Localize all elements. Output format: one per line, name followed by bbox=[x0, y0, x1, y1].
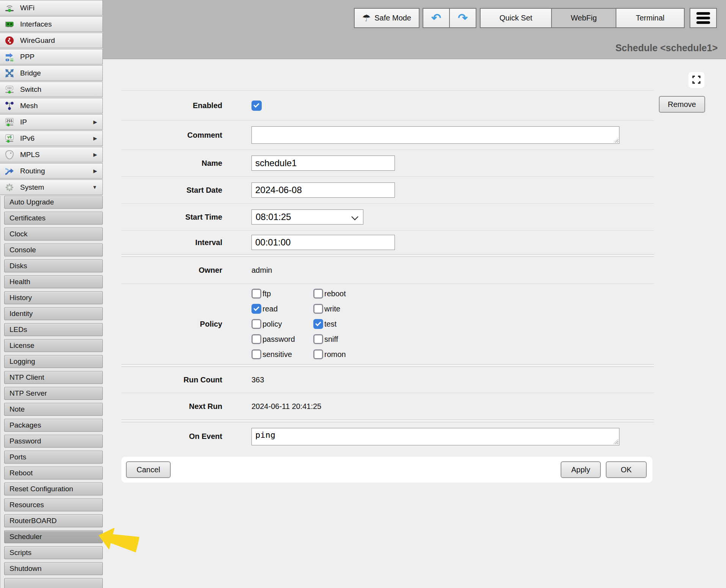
sidebar-item-logging[interactable]: Logging bbox=[4, 355, 103, 368]
name-label: Name bbox=[121, 159, 222, 168]
ppp-icon bbox=[3, 51, 16, 63]
start-date-input[interactable] bbox=[251, 182, 395, 198]
sidebar-item-clock[interactable]: Clock bbox=[4, 228, 103, 241]
svg-text:v6: v6 bbox=[7, 135, 12, 139]
policy-option-sensitive[interactable]: sensitive bbox=[251, 349, 313, 359]
sidebar-item-license[interactable]: License bbox=[4, 339, 103, 352]
routing-icon bbox=[3, 165, 16, 177]
row-start-date: Start Date bbox=[121, 176, 654, 203]
action-bar: Cancel Apply OK bbox=[121, 457, 652, 483]
policy-option-test[interactable]: test bbox=[313, 319, 346, 329]
sidebar-item-password[interactable]: Password bbox=[4, 435, 103, 448]
sidebar-item-system[interactable]: System ▼ bbox=[0, 179, 103, 195]
bridge-icon bbox=[3, 68, 16, 79]
sidebar-item-history[interactable]: History bbox=[4, 291, 103, 304]
safe-mode-button[interactable]: ☂ Safe Mode bbox=[354, 8, 420, 28]
sidebar-item-routing[interactable]: Routing ▶ bbox=[0, 163, 103, 179]
test-checkbox[interactable] bbox=[313, 319, 323, 329]
highlight-arrow bbox=[97, 528, 139, 557]
policy-label: Policy bbox=[121, 320, 222, 329]
system-icon bbox=[3, 182, 16, 193]
sidebar-item-note[interactable]: Note bbox=[4, 403, 103, 416]
policy-option-ftp[interactable]: ftp bbox=[251, 289, 313, 299]
row-policy: Policy ftp reboot read write policy test… bbox=[121, 283, 654, 364]
cancel-button[interactable]: Cancel bbox=[126, 461, 171, 478]
sidebar-item-console[interactable]: Console bbox=[4, 244, 103, 256]
sidebar-item-health[interactable]: Health bbox=[4, 275, 103, 288]
ip-icon: 255 bbox=[3, 116, 16, 128]
sidebar-item-mpls[interactable]: MPLS ▶ bbox=[0, 147, 103, 162]
sidebar-item-certificates[interactable]: Certificates bbox=[4, 212, 103, 225]
interval-label: Interval bbox=[121, 238, 222, 247]
sidebar-item-resources[interactable]: Resources bbox=[4, 498, 103, 511]
policy-option-write[interactable]: write bbox=[313, 304, 346, 314]
sidebar-item-reset-configuration[interactable]: Reset Configuration bbox=[4, 483, 103, 495]
webfig-tab[interactable]: WebFig bbox=[551, 8, 616, 28]
reboot-checkbox[interactable] bbox=[313, 289, 323, 299]
redo-button[interactable]: ↷ bbox=[449, 8, 476, 28]
sidebar-item-partial[interactable] bbox=[4, 578, 103, 588]
sidebar-item-wifi[interactable]: WiFi bbox=[0, 0, 103, 16]
row-run-count: Run Count 363 bbox=[121, 367, 654, 393]
start-time-select[interactable]: 08:01:25 bbox=[251, 209, 363, 225]
next-run-label: Next Run bbox=[121, 402, 222, 411]
sensitive-checkbox[interactable] bbox=[251, 349, 261, 359]
sidebar-item-ip[interactable]: 255 IP ▶ bbox=[0, 114, 103, 130]
sidebar-item-routerboard[interactable]: RouterBOARD bbox=[4, 514, 103, 527]
on-event-textarea[interactable]: ping bbox=[251, 428, 619, 445]
owner-label: Owner bbox=[121, 266, 222, 275]
ok-button[interactable]: OK bbox=[606, 461, 647, 478]
sidebar-item-scheduler[interactable]: Scheduler bbox=[4, 530, 103, 543]
ftp-checkbox[interactable] bbox=[251, 289, 261, 299]
policy-option-romon[interactable]: romon bbox=[313, 349, 346, 359]
policy-option-sniff[interactable]: sniff bbox=[313, 334, 346, 344]
write-checkbox[interactable] bbox=[313, 304, 323, 314]
hamburger-menu-button[interactable] bbox=[690, 8, 717, 28]
row-on-event: On Event ping bbox=[121, 422, 654, 451]
system-submenu: Auto Upgrade Certificates Clock Console … bbox=[0, 196, 103, 588]
sniff-checkbox[interactable] bbox=[313, 334, 323, 344]
sidebar-item-bridge[interactable]: Bridge bbox=[0, 65, 103, 81]
enabled-checkbox[interactable] bbox=[251, 101, 262, 111]
fullscreen-button[interactable] bbox=[688, 72, 704, 88]
read-checkbox[interactable] bbox=[251, 304, 261, 314]
policy-option-policy[interactable]: policy bbox=[251, 319, 313, 329]
sidebar-item-leds[interactable]: LEDs bbox=[4, 323, 103, 336]
quick-set-tab[interactable]: Quick Set bbox=[480, 8, 552, 28]
sidebar-item-ntp-server[interactable]: NTP Server bbox=[4, 387, 103, 400]
group-separator bbox=[121, 254, 654, 257]
sidebar-item-ipv6[interactable]: v6 IPv6 ▶ bbox=[0, 130, 103, 146]
sidebar-item-ntp-client[interactable]: NTP Client bbox=[4, 371, 103, 384]
safe-mode-label: Safe Mode bbox=[374, 14, 411, 22]
row-interval: Interval bbox=[121, 230, 654, 254]
apply-button[interactable]: Apply bbox=[561, 461, 601, 478]
sidebar-item-interfaces[interactable]: Interfaces bbox=[0, 16, 103, 32]
mpls-icon bbox=[3, 149, 16, 160]
row-comment: Comment bbox=[121, 120, 654, 149]
sidebar-item-packages[interactable]: Packages bbox=[4, 419, 103, 432]
sidebar-item-wireguard[interactable]: WireGuard bbox=[0, 33, 103, 48]
policy-checkbox[interactable] bbox=[251, 319, 261, 329]
password-checkbox[interactable] bbox=[251, 334, 261, 344]
sidebar-item-ports[interactable]: Ports bbox=[4, 451, 103, 464]
sidebar-item-shutdown[interactable]: Shutdown bbox=[4, 562, 103, 575]
remove-button[interactable]: Remove bbox=[659, 96, 705, 113]
row-name: Name bbox=[121, 149, 654, 176]
sidebar-item-auto-upgrade[interactable]: Auto Upgrade bbox=[4, 196, 103, 209]
policy-option-reboot[interactable]: reboot bbox=[313, 289, 346, 299]
terminal-tab[interactable]: Terminal bbox=[616, 8, 685, 28]
sidebar-item-disks[interactable]: Disks bbox=[4, 259, 103, 272]
romon-checkbox[interactable] bbox=[313, 349, 323, 359]
policy-option-password[interactable]: password bbox=[251, 334, 313, 344]
sidebar-item-switch[interactable]: Switch bbox=[0, 82, 103, 97]
sidebar-item-reboot[interactable]: Reboot bbox=[4, 467, 103, 480]
policy-option-read[interactable]: read bbox=[251, 304, 313, 314]
sidebar-item-mesh[interactable]: Mesh bbox=[0, 98, 103, 113]
undo-button[interactable]: ↶ bbox=[423, 8, 450, 28]
comment-textarea[interactable] bbox=[251, 126, 619, 144]
sidebar-item-scripts[interactable]: Scripts bbox=[4, 546, 103, 559]
name-input[interactable] bbox=[251, 156, 395, 171]
sidebar-item-ppp[interactable]: PPP bbox=[0, 49, 103, 64]
sidebar-item-identity[interactable]: Identity bbox=[4, 307, 103, 320]
interval-input[interactable] bbox=[251, 235, 395, 250]
